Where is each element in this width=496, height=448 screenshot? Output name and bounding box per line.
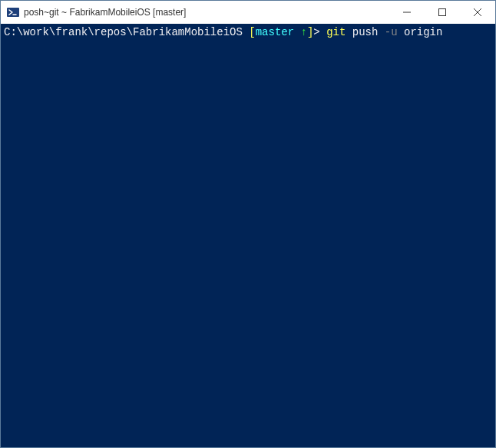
titlebar[interactable]: posh~git ~ FabrikamMobileiOS [master] (1, 1, 495, 24)
powershell-window: posh~git ~ FabrikamMobileiOS [master] C: (0, 0, 496, 448)
cmd-arg: origin (404, 26, 442, 38)
powershell-icon (7, 6, 19, 18)
cmd-subcommand: push (352, 26, 379, 38)
svg-rect-3 (439, 9, 446, 16)
prompt-char: > (313, 26, 319, 38)
window-title: posh~git ~ FabrikamMobileiOS [master] (24, 7, 389, 18)
prompt-line: C:\work\frank\repos\FabrikamMobileiOS [m… (4, 25, 492, 39)
minimize-button[interactable] (389, 1, 425, 24)
maximize-button[interactable] (425, 1, 460, 24)
svg-rect-0 (7, 8, 19, 17)
prompt-path: C:\work\frank\repos\FabrikamMobileiOS (4, 26, 243, 38)
terminal-body[interactable]: C:\work\frank\repos\FabrikamMobileiOS [m… (1, 24, 495, 447)
cmd-flag: -u (385, 26, 398, 38)
git-branch: master (256, 26, 294, 38)
window-controls (389, 1, 495, 24)
cursor (449, 26, 455, 38)
push-arrow-icon: ↑ (294, 26, 307, 38)
cmd-git: git (326, 26, 346, 38)
bracket-open: [ (243, 26, 256, 38)
close-button[interactable] (460, 1, 495, 24)
